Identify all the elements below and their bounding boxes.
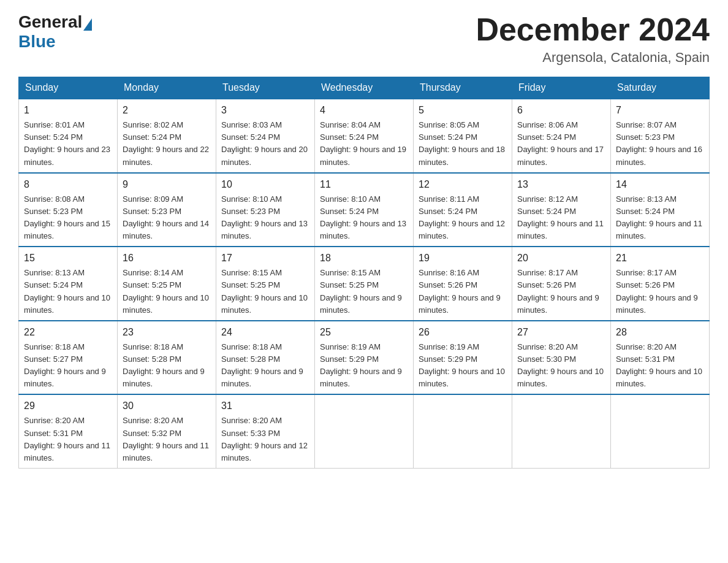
calendar-cell: 17 Sunrise: 8:15 AMSunset: 5:25 PMDaylig… [216,247,315,321]
calendar-cell: 12 Sunrise: 8:11 AMSunset: 5:24 PMDaylig… [414,173,512,247]
calendar-cell: 9 Sunrise: 8:09 AMSunset: 5:23 PMDayligh… [118,173,216,247]
day-number: 16 [123,251,211,266]
calendar-week-row: 1 Sunrise: 8:01 AMSunset: 5:24 PMDayligh… [19,99,710,173]
calendar-cell: 11 Sunrise: 8:10 AMSunset: 5:24 PMDaylig… [315,173,414,247]
page-header: General Blue December 2024 Argensola, Ca… [18,12,710,66]
day-info: Sunrise: 8:06 AMSunset: 5:24 PMDaylight:… [517,120,604,166]
day-info: Sunrise: 8:18 AMSunset: 5:28 PMDaylight:… [123,342,205,388]
day-info: Sunrise: 8:13 AMSunset: 5:24 PMDaylight:… [24,268,110,314]
day-info: Sunrise: 8:05 AMSunset: 5:24 PMDaylight:… [419,120,505,166]
calendar-cell: 21 Sunrise: 8:17 AMSunset: 5:26 PMDaylig… [611,247,710,321]
calendar-cell: 4 Sunrise: 8:04 AMSunset: 5:24 PMDayligh… [315,99,414,173]
day-info: Sunrise: 8:20 AMSunset: 5:31 PMDaylight:… [616,342,702,388]
calendar-week-row: 8 Sunrise: 8:08 AMSunset: 5:23 PMDayligh… [19,173,710,247]
calendar-cell: 10 Sunrise: 8:10 AMSunset: 5:23 PMDaylig… [216,173,315,247]
calendar-cell: 28 Sunrise: 8:20 AMSunset: 5:31 PMDaylig… [611,321,710,395]
calendar-cell: 20 Sunrise: 8:17 AMSunset: 5:26 PMDaylig… [512,247,611,321]
day-number: 3 [221,103,309,118]
day-info: Sunrise: 8:20 AMSunset: 5:31 PMDaylight:… [24,416,110,462]
calendar-body: 1 Sunrise: 8:01 AMSunset: 5:24 PMDayligh… [19,99,710,468]
day-info: Sunrise: 8:03 AMSunset: 5:24 PMDaylight:… [221,120,308,166]
calendar-cell: 24 Sunrise: 8:18 AMSunset: 5:28 PMDaylig… [216,321,315,395]
calendar-cell [611,394,710,468]
day-info: Sunrise: 8:08 AMSunset: 5:23 PMDaylight:… [24,194,110,240]
day-info: Sunrise: 8:10 AMSunset: 5:24 PMDaylight:… [320,194,406,240]
day-info: Sunrise: 8:18 AMSunset: 5:27 PMDaylight:… [24,342,106,388]
day-number: 26 [419,325,507,340]
day-info: Sunrise: 8:14 AMSunset: 5:25 PMDaylight:… [123,268,209,314]
day-info: Sunrise: 8:01 AMSunset: 5:24 PMDaylight:… [24,120,110,166]
calendar-cell: 23 Sunrise: 8:18 AMSunset: 5:28 PMDaylig… [118,321,216,395]
logo: General Blue [18,12,93,52]
calendar-cell: 16 Sunrise: 8:14 AMSunset: 5:25 PMDaylig… [118,247,216,321]
day-number: 19 [419,251,507,266]
day-number: 25 [320,325,408,340]
calendar-cell: 14 Sunrise: 8:13 AMSunset: 5:24 PMDaylig… [611,173,710,247]
day-number: 23 [123,325,211,340]
day-number: 11 [320,177,408,192]
calendar-cell: 3 Sunrise: 8:03 AMSunset: 5:24 PMDayligh… [216,99,315,173]
calendar-week-row: 22 Sunrise: 8:18 AMSunset: 5:27 PMDaylig… [19,321,710,395]
calendar-header-sunday: Sunday [19,77,118,99]
day-number: 14 [616,177,704,192]
calendar-week-row: 15 Sunrise: 8:13 AMSunset: 5:24 PMDaylig… [19,247,710,321]
day-info: Sunrise: 8:16 AMSunset: 5:26 PMDaylight:… [419,268,501,314]
calendar-cell: 15 Sunrise: 8:13 AMSunset: 5:24 PMDaylig… [19,247,118,321]
day-number: 28 [616,325,704,340]
day-info: Sunrise: 8:11 AMSunset: 5:24 PMDaylight:… [419,194,505,240]
day-number: 12 [419,177,507,192]
calendar-cell: 8 Sunrise: 8:08 AMSunset: 5:23 PMDayligh… [19,173,118,247]
day-number: 30 [123,399,211,413]
day-number: 22 [24,325,112,340]
calendar-cell: 30 Sunrise: 8:20 AMSunset: 5:32 PMDaylig… [118,394,216,468]
day-number: 10 [221,177,309,192]
day-info: Sunrise: 8:15 AMSunset: 5:25 PMDaylight:… [221,268,308,314]
calendar-cell: 2 Sunrise: 8:02 AMSunset: 5:24 PMDayligh… [118,99,216,173]
calendar-header-wednesday: Wednesday [315,77,414,99]
day-info: Sunrise: 8:20 AMSunset: 5:33 PMDaylight:… [221,416,308,462]
day-number: 29 [24,399,112,413]
day-info: Sunrise: 8:17 AMSunset: 5:26 PMDaylight:… [616,268,698,314]
logo-general-text: General [18,12,82,32]
day-info: Sunrise: 8:17 AMSunset: 5:26 PMDaylight:… [517,268,599,314]
calendar-week-row: 29 Sunrise: 8:20 AMSunset: 5:31 PMDaylig… [19,394,710,468]
day-number: 27 [517,325,605,340]
calendar-header-thursday: Thursday [414,77,512,99]
calendar-cell [512,394,611,468]
calendar-cell: 1 Sunrise: 8:01 AMSunset: 5:24 PMDayligh… [19,99,118,173]
calendar-cell [414,394,512,468]
day-number: 21 [616,251,704,266]
day-number: 1 [24,103,112,118]
logo-blue-text: Blue [18,32,56,51]
day-number: 4 [320,103,408,118]
calendar-cell: 26 Sunrise: 8:19 AMSunset: 5:29 PMDaylig… [414,321,512,395]
location-subtitle: Argensola, Catalonia, Spain [476,50,710,66]
day-info: Sunrise: 8:20 AMSunset: 5:32 PMDaylight:… [123,416,209,462]
calendar-table: SundayMondayTuesdayWednesdayThursdayFrid… [18,77,710,469]
day-number: 20 [517,251,605,266]
day-info: Sunrise: 8:20 AMSunset: 5:30 PMDaylight:… [517,342,604,388]
day-number: 7 [616,103,704,118]
calendar-cell: 18 Sunrise: 8:15 AMSunset: 5:25 PMDaylig… [315,247,414,321]
calendar-cell: 27 Sunrise: 8:20 AMSunset: 5:30 PMDaylig… [512,321,611,395]
day-info: Sunrise: 8:10 AMSunset: 5:23 PMDaylight:… [221,194,308,240]
calendar-cell: 19 Sunrise: 8:16 AMSunset: 5:26 PMDaylig… [414,247,512,321]
calendar-cell: 13 Sunrise: 8:12 AMSunset: 5:24 PMDaylig… [512,173,611,247]
title-section: December 2024 Argensola, Catalonia, Spai… [476,12,710,66]
day-number: 9 [123,177,211,192]
day-info: Sunrise: 8:04 AMSunset: 5:24 PMDaylight:… [320,120,406,166]
day-info: Sunrise: 8:15 AMSunset: 5:25 PMDaylight:… [320,268,402,314]
month-year-title: December 2024 [476,12,710,47]
logo-triangle-icon [83,18,92,31]
calendar-header-saturday: Saturday [611,77,710,99]
calendar-cell: 7 Sunrise: 8:07 AMSunset: 5:23 PMDayligh… [611,99,710,173]
calendar-header-tuesday: Tuesday [216,77,315,99]
day-number: 5 [419,103,507,118]
day-info: Sunrise: 8:19 AMSunset: 5:29 PMDaylight:… [419,342,505,388]
day-number: 13 [517,177,605,192]
calendar-cell: 5 Sunrise: 8:05 AMSunset: 5:24 PMDayligh… [414,99,512,173]
day-info: Sunrise: 8:02 AMSunset: 5:24 PMDaylight:… [123,120,209,166]
day-info: Sunrise: 8:12 AMSunset: 5:24 PMDaylight:… [517,194,604,240]
day-info: Sunrise: 8:07 AMSunset: 5:23 PMDaylight:… [616,120,702,166]
day-info: Sunrise: 8:09 AMSunset: 5:23 PMDaylight:… [123,194,209,240]
